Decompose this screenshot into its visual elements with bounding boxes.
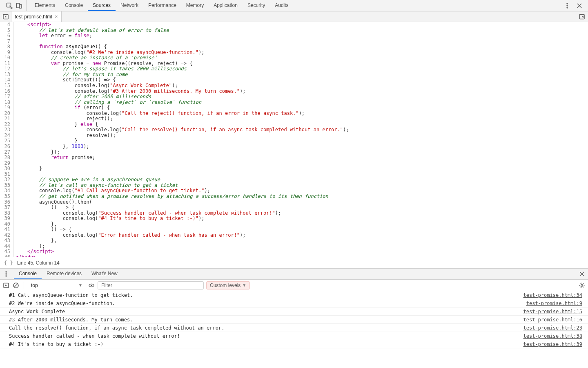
code-line[interactable]: console.log("Call the resolve() function… bbox=[16, 127, 588, 133]
close-icon[interactable] bbox=[576, 2, 583, 9]
console-message-source-link[interactable]: test-promise.html:9 bbox=[526, 301, 582, 306]
code-line[interactable]: // let's call an async-function to get a… bbox=[16, 183, 588, 188]
sidebar-toggle-icon[interactable] bbox=[2, 282, 10, 289]
drawer-tab-what-s-new[interactable]: What's New bbox=[87, 269, 122, 279]
line-number[interactable]: 33 bbox=[0, 183, 10, 188]
line-number[interactable]: 22 bbox=[0, 122, 10, 128]
console-output[interactable]: #1 Call asyncQueue-function to get ticke… bbox=[0, 291, 588, 368]
line-number[interactable]: 16 bbox=[0, 89, 10, 94]
devtools-tab-elements[interactable]: Elements bbox=[30, 0, 60, 11]
code-line[interactable]: // after 2000 milliseconds bbox=[16, 94, 588, 100]
code-line[interactable]: // suppose we are in a asynchronous queu… bbox=[16, 177, 588, 183]
line-number[interactable]: 17 bbox=[0, 94, 10, 100]
line-number[interactable]: 5 bbox=[0, 28, 10, 34]
line-number[interactable]: 11 bbox=[0, 61, 10, 67]
console-message-source-link[interactable]: test-promise.html:23 bbox=[523, 325, 583, 331]
line-number[interactable]: 19 bbox=[0, 105, 10, 111]
code-line[interactable]: if (error) { bbox=[16, 105, 588, 111]
close-icon[interactable]: × bbox=[55, 14, 58, 19]
code-line[interactable]: // let's supose it takes 2000 millisecon… bbox=[16, 66, 588, 72]
line-number[interactable]: 12 bbox=[0, 66, 10, 72]
console-filter-input[interactable] bbox=[98, 281, 204, 289]
code-line[interactable]: console.log("#2 We're inside asyncQueue-… bbox=[16, 50, 588, 56]
line-number[interactable]: 8 bbox=[0, 44, 10, 50]
drawer-tab-console[interactable]: Console bbox=[14, 269, 42, 279]
code-line[interactable]: // for my turn to come bbox=[16, 72, 588, 78]
close-icon[interactable] bbox=[578, 270, 586, 278]
line-number[interactable]: 25 bbox=[0, 138, 10, 144]
line-number[interactable]: 9 bbox=[0, 50, 10, 56]
line-number[interactable]: 6 bbox=[0, 33, 10, 39]
console-message-source-link[interactable]: test-promise.html:16 bbox=[523, 317, 583, 323]
line-number[interactable]: 36 bbox=[0, 200, 10, 205]
code-line[interactable]: }); bbox=[16, 150, 588, 155]
source-editor[interactable]: 4567891011121314151617181920212223242526… bbox=[0, 22, 588, 257]
file-tab[interactable]: test-promise.html × bbox=[11, 11, 62, 22]
inspect-element-icon[interactable] bbox=[6, 2, 13, 9]
line-number[interactable]: 43 bbox=[0, 238, 10, 244]
code-line[interactable]: } bbox=[16, 166, 588, 172]
code-area[interactable]: <script> // let's set default value of e… bbox=[14, 22, 588, 257]
kebab-menu-icon[interactable] bbox=[2, 270, 10, 278]
line-number[interactable]: 39 bbox=[0, 216, 10, 222]
line-number[interactable]: 30 bbox=[0, 166, 10, 172]
code-line[interactable]: } else { bbox=[16, 122, 588, 128]
devtools-tab-performance[interactable]: Performance bbox=[143, 0, 181, 11]
line-number[interactable]: 32 bbox=[0, 177, 10, 183]
toggle-right-pane-icon[interactable] bbox=[578, 13, 586, 20]
line-number[interactable]: 45 bbox=[0, 249, 10, 255]
code-line[interactable]: // calling a `reject` or `resolve` funct… bbox=[16, 100, 588, 105]
gear-icon[interactable] bbox=[578, 282, 586, 289]
line-number[interactable]: 10 bbox=[0, 55, 10, 61]
line-number[interactable]: 34 bbox=[0, 188, 10, 194]
code-line[interactable]: return promise; bbox=[16, 155, 588, 161]
code-line[interactable] bbox=[16, 172, 588, 177]
drawer-tab-remote-devices[interactable]: Remote devices bbox=[42, 269, 87, 279]
line-number[interactable]: 35 bbox=[0, 194, 10, 200]
devtools-tab-application[interactable]: Application bbox=[209, 0, 243, 11]
code-line[interactable]: }, bbox=[16, 238, 588, 244]
code-line[interactable]: function asyncQueue() { bbox=[16, 44, 588, 50]
line-number[interactable]: 27 bbox=[0, 150, 10, 155]
code-line[interactable]: () => { bbox=[16, 205, 588, 211]
devtools-tab-network[interactable]: Network bbox=[116, 0, 143, 11]
line-number[interactable]: 31 bbox=[0, 172, 10, 177]
code-line[interactable]: // get notified when a promise resolves … bbox=[16, 194, 588, 200]
code-line[interactable]: console.log("Error handler called - when… bbox=[16, 233, 588, 238]
line-number[interactable]: 42 bbox=[0, 233, 10, 238]
console-message-source-link[interactable]: test-promise.html:34 bbox=[523, 292, 583, 298]
code-line[interactable]: console.log("Call the reject() function,… bbox=[16, 111, 588, 117]
console-message-source-link[interactable]: test-promise.html:39 bbox=[523, 341, 583, 347]
line-number[interactable]: 4 bbox=[0, 22, 10, 28]
line-number[interactable]: 20 bbox=[0, 111, 10, 117]
code-line[interactable]: var promise = new Promise((resolve, reje… bbox=[16, 61, 588, 67]
code-line[interactable]: }, 1000); bbox=[16, 144, 588, 150]
code-line[interactable] bbox=[16, 161, 588, 166]
code-line[interactable]: // let's set default value of error to f… bbox=[16, 28, 588, 34]
code-line[interactable]: console.log("#3 After 2000 milliseconds.… bbox=[16, 89, 588, 94]
device-toggle-icon[interactable] bbox=[16, 2, 23, 9]
code-line[interactable]: let error = false; bbox=[16, 33, 588, 39]
line-number[interactable]: 13 bbox=[0, 72, 10, 78]
line-number[interactable]: 26 bbox=[0, 144, 10, 150]
code-line[interactable]: console.log("#1 Call asyncQueue-function… bbox=[16, 188, 588, 194]
code-line[interactable]: console.log("Success handler called - wh… bbox=[16, 211, 588, 216]
console-message-source-link[interactable]: test-promise.html:38 bbox=[523, 333, 583, 339]
line-number[interactable]: 29 bbox=[0, 161, 10, 166]
line-number[interactable]: 15 bbox=[0, 83, 10, 89]
code-line[interactable] bbox=[16, 39, 588, 45]
line-number[interactable]: 38 bbox=[0, 211, 10, 216]
devtools-tab-sources[interactable]: Sources bbox=[88, 0, 116, 11]
code-line[interactable]: reject(); bbox=[16, 116, 588, 122]
code-line[interactable]: // create an instance of a 'promise' bbox=[16, 55, 588, 61]
code-line[interactable]: asyncQueue().then( bbox=[16, 200, 588, 205]
line-number[interactable]: 23 bbox=[0, 127, 10, 133]
line-number[interactable]: 28 bbox=[0, 155, 10, 161]
devtools-tab-security[interactable]: Security bbox=[243, 0, 270, 11]
clear-console-icon[interactable] bbox=[12, 282, 20, 289]
line-number[interactable]: 24 bbox=[0, 133, 10, 139]
line-number[interactable]: 21 bbox=[0, 116, 10, 122]
code-line[interactable]: } bbox=[16, 138, 588, 144]
pretty-print-icon[interactable]: { } bbox=[4, 260, 13, 266]
line-number[interactable]: 37 bbox=[0, 205, 10, 211]
